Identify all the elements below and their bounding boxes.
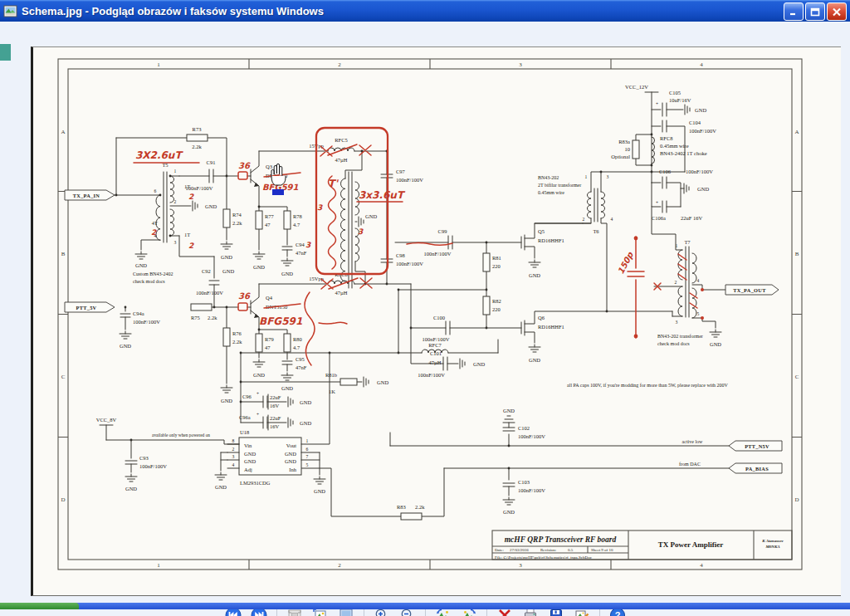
gnd-label: GND: [503, 408, 515, 413]
sheet-number: Sheet 9 of 10: [591, 548, 613, 552]
value: 100nF/100V: [686, 169, 713, 174]
close-button[interactable]: [827, 2, 847, 21]
value: 220: [492, 263, 501, 269]
value: 4.7: [293, 345, 300, 350]
ref-des: C92: [202, 268, 211, 274]
value: 47µH: [335, 157, 348, 163]
selection-marker: [272, 189, 284, 195]
ref-des: C105: [669, 90, 681, 95]
sheet-title: TX Power Amplifier: [658, 540, 723, 549]
grid-col-label: 4: [700, 61, 703, 68]
taskbar[interactable]: [0, 603, 850, 609]
rail-label: VCC_12V: [625, 84, 648, 90]
gnd-label: GND: [135, 262, 147, 268]
grid-row-label: C: [61, 374, 66, 380]
note: Custom BN43-2402: [133, 271, 173, 276]
help-glyph: ?: [614, 610, 620, 616]
pin-label: Inh: [289, 467, 296, 472]
ref-des: RFC8: [660, 135, 673, 141]
red-mark: 2: [188, 193, 194, 201]
ref-des: RFC5: [335, 137, 348, 143]
port-label: TX_PA_OUT: [733, 287, 766, 293]
red-mark: 3: [317, 203, 323, 212]
gnd-label: GND: [710, 341, 721, 347]
value: 10uF/16V: [669, 97, 691, 103]
value: 4.7: [293, 222, 300, 227]
winding-label: 4T: [152, 220, 158, 226]
pin-number: 6: [306, 447, 309, 452]
gnd-label: GND: [365, 213, 377, 219]
hand-cursor: [271, 164, 286, 195]
grid-col-label: 3: [519, 562, 522, 569]
value: 22uF: [270, 394, 281, 400]
grid-col-label: 1: [157, 61, 160, 68]
pin-label: GND: [285, 458, 296, 464]
gnd-label: GND: [221, 254, 232, 260]
value: 100nF/100V: [139, 463, 167, 469]
c92-c94a: C92 GND 100nF/100V C94a 100nF/100V GND: [120, 257, 234, 349]
note: check mod docs: [657, 341, 690, 346]
ref-des: R81: [492, 255, 501, 261]
red-mark: 36: [238, 291, 251, 301]
value: 47nF: [296, 364, 307, 370]
value: 2.2k: [232, 220, 242, 226]
ref-des: C95: [296, 356, 305, 362]
grid-row-label: A: [61, 129, 65, 135]
gnd-label: GND: [529, 272, 540, 278]
pin-number: 5: [306, 462, 309, 467]
grid-row-label: D: [794, 496, 799, 503]
gnd-label: GND: [253, 372, 265, 378]
value: 100nF/100V: [186, 185, 213, 191]
minimize-button[interactable]: [784, 2, 804, 21]
window-title: Schema.jpg - Podgląd obrazów i faksów sy…: [22, 5, 324, 17]
pin-number: 6: [154, 188, 157, 193]
gnd-label: GND: [503, 509, 515, 515]
ref-des: R76: [232, 330, 242, 336]
pin-label: Vin: [244, 442, 252, 448]
ref-des: Q5: [538, 228, 545, 234]
maximize-button[interactable]: [805, 2, 825, 21]
pin-number: 3: [676, 320, 678, 325]
red-mark: 3: [305, 241, 311, 249]
board-title: mcHF QRP Transceiver RF board: [505, 535, 617, 544]
control-lines: all PA caps 100V, if you're modding for …: [301, 383, 782, 520]
ref-des: C94: [296, 242, 305, 247]
pin-number: 2: [174, 199, 177, 204]
value: 2.2k: [232, 339, 242, 345]
note: all PA caps 100V, if you're modding for …: [567, 383, 728, 388]
pin-label: Adj: [244, 467, 252, 472]
polarity: +: [656, 101, 658, 106]
rfc7-bias: RFC7 47µH R81b 1K GND C96 + 22uF 16V GND…: [239, 340, 498, 430]
gnd-label: GND: [314, 488, 325, 494]
port-label: TX_PA_IN: [73, 193, 100, 198]
note: check mod docs: [133, 279, 165, 284]
value: 100nF/100V: [196, 290, 223, 296]
grid-row-label: B: [795, 251, 799, 257]
red-mark: 2: [151, 228, 157, 237]
note: active low: [682, 439, 703, 444]
pin-number: 1: [585, 174, 588, 179]
pin-number: 2: [583, 217, 585, 222]
close-icon: [832, 7, 842, 17]
ref-des: C106: [659, 169, 672, 174]
note: 0.45mm wire: [538, 190, 564, 195]
interstage-transformer: GND: [341, 150, 378, 288]
gnd-label: GND: [205, 203, 217, 209]
red-note-turns-t5: 3X2.6uT: [135, 149, 183, 161]
maximize-icon: [810, 7, 820, 17]
value: 220: [492, 306, 501, 312]
start-button[interactable]: [0, 603, 79, 609]
pin-number: 4: [232, 462, 235, 467]
polarity: +: [256, 391, 259, 396]
ref-des: R78: [293, 213, 302, 219]
pin-label: GND: [244, 451, 256, 457]
date-label: Date:: [495, 548, 504, 552]
vcc12-feed: VCC_12V + C105 10uF/16V GND C104 100nF/1…: [611, 84, 716, 250]
title-bar: Schema.jpg - Podgląd obrazów i faksów sy…: [0, 0, 850, 22]
polarity: +: [256, 412, 259, 417]
ref-des: RFC7: [428, 342, 442, 348]
value: 2.2k: [192, 144, 202, 149]
gnd-label: GND: [300, 399, 311, 405]
red-mark: 2: [188, 242, 194, 250]
value: 22uF: [270, 415, 281, 421]
